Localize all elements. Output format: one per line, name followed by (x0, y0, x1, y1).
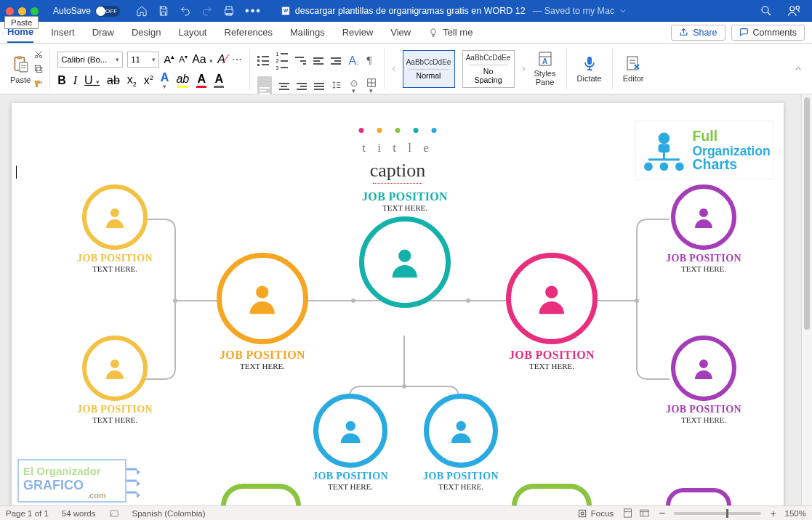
copy-icon[interactable] (33, 64, 44, 74)
style-no-spacing[interactable]: AaBbCcDdEe No Spacing (462, 50, 515, 88)
tab-mailings[interactable]: Mailings (290, 23, 325, 42)
org-node-mid-right[interactable]: JOB POSITION TEXT HERE. (506, 253, 598, 370)
org-node-mid-left[interactable]: JOB POSITION TEXT HERE. (217, 253, 308, 370)
redo-icon[interactable] (201, 5, 213, 17)
collapse-ribbon-icon[interactable] (793, 64, 803, 74)
org-node-child-right[interactable]: JOB POSITION TEXT HERE. (423, 394, 499, 491)
document-title[interactable]: W descargar plantillas de organigramas g… (281, 5, 627, 17)
org-node-side-left-2[interactable]: JOB POSITION TEXT HERE. (77, 336, 153, 424)
home-icon[interactable] (136, 5, 148, 17)
autosave-control[interactable]: AutoSave OFF (53, 6, 120, 17)
numbering-icon[interactable]: 123 (276, 52, 289, 70)
clear-formatting-icon[interactable]: A⁄ (217, 53, 227, 66)
italic-button[interactable]: I (73, 74, 77, 87)
chevron-down-icon[interactable] (619, 7, 627, 15)
web-layout-icon[interactable] (639, 508, 650, 519)
justify-button[interactable] (314, 83, 324, 90)
styles-prev-icon[interactable] (390, 64, 398, 74)
node-title: JOB POSITION (362, 190, 448, 203)
org-node-side-left-1[interactable]: JOB POSITION TEXT HERE. (77, 184, 153, 273)
more-commands-icon[interactable]: ••• (245, 4, 262, 17)
format-painter-icon[interactable] (33, 78, 44, 89)
style-normal[interactable]: AaBbCcDdEe Normal (403, 50, 455, 88)
vertical-scrollbar[interactable] (801, 94, 812, 505)
font-color-icon[interactable]: A (196, 73, 206, 88)
zoom-slider[interactable] (674, 512, 761, 515)
save-icon[interactable] (158, 5, 169, 17)
dictate-button[interactable]: Dictate (573, 54, 606, 83)
tab-insert[interactable]: Insert (51, 23, 75, 42)
share-button[interactable]: Share (671, 25, 725, 41)
tab-draw[interactable]: Draw (92, 23, 114, 42)
scrollbar-thumb[interactable] (804, 97, 810, 330)
org-node-side-right-1[interactable]: JOB POSITION TEXT HERE. (666, 184, 741, 273)
change-case-icon[interactable]: Aa ▾ (192, 53, 213, 66)
char-shading-icon[interactable]: A (214, 73, 224, 88)
tab-layout[interactable]: Layout (178, 23, 206, 42)
styles-next-icon[interactable] (520, 64, 527, 74)
tab-design[interactable]: Design (132, 23, 161, 42)
close-window-icon[interactable] (6, 7, 14, 15)
minimize-window-icon[interactable] (18, 7, 26, 15)
maximize-window-icon[interactable] (31, 7, 39, 15)
show-marks-icon[interactable]: ¶ (367, 54, 372, 67)
align-right-button[interactable] (297, 83, 307, 90)
document-page[interactable]: t i t l e caption Full Organization Char… (12, 103, 784, 505)
zoom-out-button[interactable]: − (659, 507, 665, 520)
print-layout-icon[interactable] (622, 508, 633, 519)
font-family-select[interactable]: Calibri (Bo...▾ (57, 52, 123, 68)
styles-pane-button[interactable]: A Styles Pane (530, 50, 560, 86)
window-controls[interactable] (6, 7, 39, 15)
tell-me-search[interactable]: Tell me (428, 27, 473, 38)
bold-button[interactable]: B (57, 74, 66, 87)
tab-references[interactable]: References (225, 23, 273, 42)
underline-button[interactable]: U ▾ (84, 74, 100, 87)
language-indicator[interactable]: Spanish (Colombia) (132, 509, 206, 518)
sort-icon[interactable]: A↓ (348, 54, 359, 68)
line-spacing-icon[interactable] (331, 80, 342, 93)
tab-review[interactable]: Review (342, 23, 374, 42)
document-scroll-area[interactable]: t i t l e caption Full Organization Char… (0, 94, 801, 505)
shrink-font-icon[interactable]: A▾ (179, 54, 188, 65)
multilevel-list-icon[interactable] (295, 57, 306, 65)
search-icon[interactable] (760, 4, 773, 17)
superscript-button[interactable]: x2 (144, 74, 153, 87)
svg-point-24 (173, 298, 177, 303)
svg-point-35 (398, 250, 411, 262)
align-center-button[interactable] (279, 83, 289, 90)
svg-point-37 (545, 286, 558, 298)
comments-button[interactable]: Comments (731, 25, 805, 41)
decrease-indent-icon[interactable] (313, 57, 323, 65)
font-more-icon[interactable]: ⋯ (232, 54, 242, 65)
highlight-color-icon[interactable]: ab (176, 73, 189, 88)
org-node-child-left[interactable]: JOB POSITION TEXT HERE. (313, 394, 388, 491)
org-node-top-center[interactable]: JOB POSITION TEXT HERE. (359, 190, 451, 308)
print-icon[interactable] (223, 5, 235, 17)
tab-view[interactable]: View (390, 23, 411, 42)
subscript-button[interactable]: x2 (127, 73, 137, 88)
zoom-value[interactable]: 150% (785, 509, 806, 518)
color-dots (359, 128, 437, 133)
focus-mode[interactable]: Focus (577, 508, 614, 519)
autosave-toggle[interactable]: OFF (95, 6, 120, 17)
editor-button[interactable]: Editor (619, 54, 648, 83)
increase-indent-icon[interactable] (331, 57, 341, 65)
strikethrough-button[interactable]: ab (107, 74, 120, 87)
page-indicator[interactable]: Page 1 of 1 (6, 509, 49, 518)
font-size-select[interactable]: 11▾ (127, 52, 159, 68)
shading-icon[interactable]: ▾ (349, 78, 359, 94)
word-count[interactable]: 54 words (62, 509, 96, 518)
text-effects-icon[interactable]: A▾ (161, 72, 169, 90)
bullets-icon[interactable] (257, 56, 269, 66)
grow-font-icon[interactable]: A▴ (164, 53, 174, 65)
undo-icon[interactable] (180, 5, 191, 17)
spellcheck-icon[interactable] (109, 508, 119, 519)
org-node-side-right-2[interactable]: JOB POSITION TEXT HERE. (666, 336, 741, 424)
account-icon[interactable] (787, 4, 800, 17)
cut-icon[interactable] (33, 49, 44, 60)
borders-icon[interactable]: ▾ (366, 78, 377, 94)
zoom-in-button[interactable]: + (770, 508, 776, 519)
paste-button[interactable]: Paste (10, 54, 31, 84)
svg-point-4 (790, 7, 795, 11)
align-left-button[interactable] (257, 76, 272, 97)
